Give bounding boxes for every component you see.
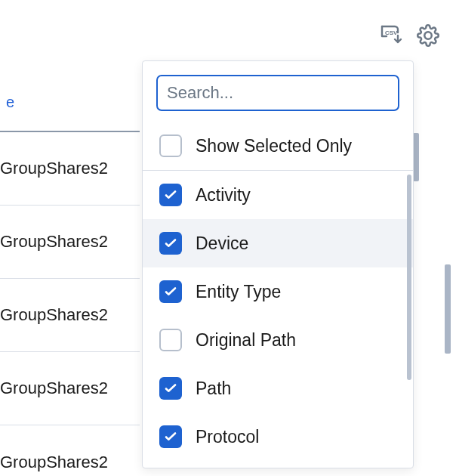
table-row[interactable]: GroupShares2 (0, 132, 140, 206)
option-original-path[interactable]: Original Path (143, 316, 413, 364)
checkbox-unchecked-icon[interactable] (159, 134, 182, 157)
option-label: Show Selected Only (196, 136, 352, 156)
option-label: Path (196, 379, 231, 399)
option-protocol[interactable]: Protocol (143, 413, 413, 461)
table-row[interactable]: GroupShares2 (0, 206, 140, 279)
cell-text: GroupShares2 (0, 453, 108, 472)
checkbox-checked-icon[interactable] (159, 377, 182, 400)
checkbox-checked-icon[interactable] (159, 232, 182, 255)
option-label: Original Path (196, 330, 296, 351)
scrollbar-fragment[interactable] (445, 264, 451, 354)
option-activity[interactable]: Activity (143, 171, 413, 219)
option-label: Device (196, 233, 248, 254)
cell-text: GroupShares2 (0, 232, 108, 252)
checkbox-checked-icon[interactable] (159, 425, 182, 448)
checkbox-checked-icon[interactable] (159, 184, 182, 206)
table-row[interactable]: GroupShares2 (0, 352, 140, 425)
scrollbar-fragment[interactable] (413, 133, 419, 181)
data-rows: GroupShares2 GroupShares2 GroupShares2 G… (0, 132, 140, 476)
option-device[interactable]: Device (143, 219, 413, 267)
cell-text: GroupShares2 (0, 305, 108, 325)
panel-search-area (143, 61, 413, 122)
option-label: Activity (196, 185, 251, 206)
option-label: Protocol (196, 427, 259, 447)
show-selected-only-row[interactable]: Show Selected Only (143, 122, 413, 170)
checkbox-unchecked-icon[interactable] (159, 329, 182, 351)
toolbar: CSV (381, 24, 439, 47)
column-header-text: e (6, 94, 14, 111)
option-path[interactable]: Path (143, 364, 413, 413)
gear-icon[interactable] (417, 24, 439, 47)
option-label: Entity Type (196, 282, 281, 302)
panel-scrollbar[interactable] (407, 175, 411, 380)
table-row[interactable]: GroupShares2 (0, 425, 140, 476)
cell-text: GroupShares2 (0, 379, 108, 398)
search-input[interactable] (156, 75, 399, 111)
option-entity-type[interactable]: Entity Type (143, 267, 413, 316)
csv-export-icon[interactable]: CSV (381, 25, 403, 46)
svg-text:CSV: CSV (385, 29, 398, 36)
column-picker-panel: Show Selected Only Activity Device Entit… (142, 60, 414, 468)
column-header[interactable]: e (0, 94, 140, 133)
table-row[interactable]: GroupShares2 (0, 279, 140, 352)
checkbox-checked-icon[interactable] (159, 280, 182, 303)
options-list: Activity Device Entity Type Original Pat… (143, 171, 413, 461)
cell-text: GroupShares2 (0, 159, 108, 178)
